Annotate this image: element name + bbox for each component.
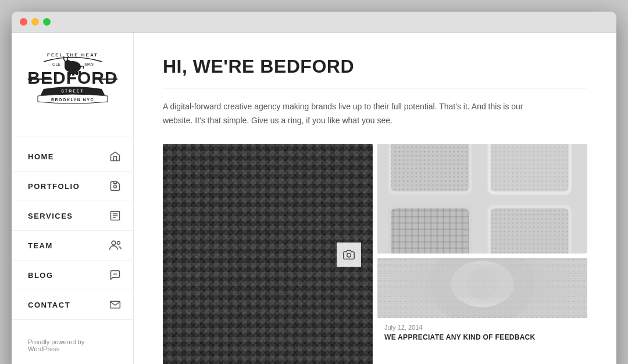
browser-titlebar: [12, 12, 616, 33]
sidebar-item-contact[interactable]: CONTACT: [12, 290, 133, 320]
svg-rect-36: [391, 144, 469, 191]
blog-content: July 12, 2014 WE APPRECIATE ANY KIND OF …: [377, 318, 587, 364]
sidebar-footer: Proudly powered by WordPress: [12, 327, 133, 364]
sidebar-item-portfolio-label: PORTFOLIO: [28, 182, 109, 191]
svg-point-23: [117, 241, 120, 244]
sidebar-item-services-label: SERVICES: [28, 212, 109, 220]
traffic-light-green[interactable]: [43, 18, 51, 26]
contact-icon: [109, 298, 122, 311]
blog-post-title: WE APPRECIATE ANY KIND OF FEEDBACK: [384, 333, 580, 342]
portfolio-icon: [109, 180, 122, 192]
traffic-light-yellow[interactable]: [31, 18, 39, 26]
sidebar-item-portfolio[interactable]: PORTFOLIO: [12, 172, 133, 201]
traffic-light-red[interactable]: [20, 18, 27, 26]
traffic-lights: [20, 18, 51, 26]
svg-rect-54: [377, 258, 587, 318]
sidebar-item-contact-label: CONTACT: [28, 301, 109, 309]
gallery-main-image[interactable]: [163, 144, 373, 364]
blog-icon: [109, 269, 122, 281]
sidebar: FEEL THE HEAT OLE MAN: [12, 33, 134, 364]
svg-rect-39: [491, 144, 569, 191]
sidebar-item-blog-label: BLOG: [28, 271, 109, 280]
services-icon: [109, 209, 122, 222]
team-icon: [109, 239, 122, 252]
svg-point-49: [430, 258, 535, 318]
sidebar-item-team[interactable]: TEAM: [12, 231, 133, 260]
gallery-top-right-image[interactable]: [377, 144, 587, 254]
svg-text:FEEL THE HEAT: FEEL THE HEAT: [47, 52, 98, 58]
svg-text:STREET: STREET: [61, 89, 84, 93]
browser-content: FEEL THE HEAT OLE MAN: [12, 33, 616, 364]
camera-overlay-icon[interactable]: [337, 242, 361, 267]
svg-point-50: [451, 260, 513, 306]
blog-thumbnail: [377, 258, 587, 318]
svg-rect-44: [391, 208, 469, 254]
svg-text:OLE: OLE: [52, 62, 60, 66]
sidebar-item-services[interactable]: SERVICES: [12, 201, 133, 231]
gallery-bottom-right-image[interactable]: July 12, 2014 WE APPRECIATE ANY KIND OF …: [377, 258, 587, 364]
page-title: HI, WE'RE BEDFORD: [163, 56, 587, 88]
sidebar-item-blog[interactable]: BLOG: [12, 260, 133, 290]
sidebar-item-home[interactable]: HOME: [12, 142, 133, 172]
main-content: HI, WE'RE BEDFORD A digital-forward crea…: [134, 33, 616, 364]
svg-text:MAN: MAN: [84, 62, 94, 66]
svg-point-51: [466, 268, 498, 299]
logo-area: FEEL THE HEAT OLE MAN: [12, 33, 133, 137]
wordpress-credit: Proudly powered by WordPress: [28, 338, 84, 352]
page-description: A digital-forward creative agency making…: [163, 100, 535, 128]
browser-window: FEEL THE HEAT OLE MAN: [12, 12, 616, 364]
home-icon: [109, 150, 122, 163]
nav-menu: HOME PORTFOLIO: [12, 137, 133, 327]
blog-date: July 12, 2014: [384, 324, 580, 331]
svg-point-31: [347, 253, 351, 257]
svg-point-22: [112, 241, 116, 245]
svg-text:BROOKLYN NYC: BROOKLYN NYC: [51, 98, 94, 102]
svg-rect-48: [377, 258, 587, 318]
svg-rect-47: [491, 208, 569, 254]
logo-svg: FEEL THE HEAT OLE MAN: [26, 47, 119, 123]
sidebar-item-team-label: TEAM: [28, 241, 109, 250]
svg-point-17: [114, 185, 117, 188]
gallery-grid: July 12, 2014 WE APPRECIATE ANY KIND OF …: [163, 144, 587, 364]
svg-text:BEDFORD: BEDFORD: [27, 68, 117, 87]
sidebar-item-home-label: HOME: [28, 152, 109, 161]
